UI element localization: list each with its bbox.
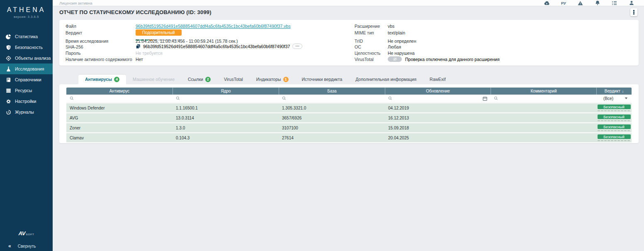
stack-icon <box>5 88 11 93</box>
verdict-badge: Подозрительный <box>136 29 182 36</box>
filter-updated-input[interactable] <box>385 95 491 102</box>
license-status: Лицензия активна <box>59 1 92 5</box>
tab-antiviruses[interactable]: Антивирусы 4 <box>78 75 126 84</box>
table-row[interactable]: AVG 13.0.3114 3657/6926 16.12.2013 Безоп… <box>66 113 632 122</box>
column-header-antivirus[interactable]: Антивирус <box>66 88 173 95</box>
athena-logo: ATHENA <box>0 6 53 14</box>
sidebar-item-security[interactable]: Безопасность <box>0 42 53 53</box>
sidebar-item-statistics[interactable]: Статистика <box>0 31 53 42</box>
warning-icon[interactable] <box>578 0 583 5</box>
table-row[interactable]: Clamav 0.104.3 27614 20.04.2025 Безопасн… <box>66 133 632 142</box>
integrity-value: Не нарушена <box>388 51 415 56</box>
chevron-down-icon <box>625 97 627 99</box>
sidebar-item-label: Статистика <box>15 34 38 39</box>
report-tabs: Антивирусы 4 Машинное обучение Ссылки 2 … <box>59 75 639 84</box>
cell-base: 1.305.3321.0 <box>279 103 385 112</box>
task-list-icon[interactable] <box>612 0 617 5</box>
os-value: Любая <box>388 44 401 49</box>
filter-base-input[interactable] <box>279 95 385 102</box>
sidebar-item-settings[interactable]: Настройки <box>0 96 53 107</box>
cloud-upload-icon[interactable] <box>544 0 549 5</box>
tab-badge: 4 <box>114 77 119 82</box>
analysis-time-value: 21.04.2025, 11:00:43.456 - 11:00:59.241 … <box>136 39 238 44</box>
sidebar-item-directories[interactable]: Справочники <box>0 74 53 85</box>
sidebar-nav: Статистика Безопасность Объекты анализа … <box>0 31 53 117</box>
sidebar-item-label: Исследования <box>15 66 44 71</box>
filter-comment-input[interactable] <box>491 95 596 102</box>
tab-additional-info[interactable]: Дополнительная информация <box>349 75 423 84</box>
sidebar-item-label: Журналы <box>15 110 34 115</box>
calendar-icon[interactable] <box>483 96 487 101</box>
filter-core-input[interactable] <box>173 95 279 102</box>
sidebar-item-label: Безопасность <box>15 45 43 50</box>
verdict-row-meter <box>598 120 631 121</box>
sidebar-item-resources[interactable]: Ресурсы <box>0 85 53 96</box>
sidebar-item-analysis-objects[interactable]: Объекты анализа <box>0 53 53 63</box>
cell-core: 1.1.16500.1 <box>173 103 279 112</box>
filter-verdict-dropdown[interactable]: (Все) <box>596 95 632 102</box>
tab-badge: 2 <box>205 77 211 82</box>
search-icon <box>494 96 498 100</box>
verdict-row-meter <box>598 140 631 141</box>
antivirus-table-card: Антивирус Ядро База Обновление Комментар… <box>59 84 639 143</box>
password-label: Пароль <box>66 51 80 56</box>
column-header-verdict[interactable]: Вердикт ↓ <box>596 88 632 95</box>
tab-verdict-sources[interactable]: Источники вердикта <box>295 75 349 84</box>
app-version: версия: 3.3.6.5 <box>0 15 53 19</box>
tab-rawexif[interactable]: RawExif <box>423 75 452 84</box>
cell-verdict: Безопасный <box>596 103 632 112</box>
mime-value: text/plain <box>388 30 405 35</box>
sha256-label: SHA-256 <box>66 44 83 49</box>
column-header-comment[interactable]: Комментарий <box>491 88 596 95</box>
table-row[interactable]: Windows Defender 1.1.16500.1 1.305.3321.… <box>66 103 632 112</box>
table-header-row: Антивирус Ядро База Обновление Комментар… <box>66 88 632 95</box>
main-content: ОТЧЕТ ПО СТАТИЧЕСКОМУ ИССЛЕДОВАНИЮ (ID: … <box>53 7 644 251</box>
eye-slash-icon <box>393 57 397 61</box>
language-selector[interactable]: РУ <box>561 1 566 5</box>
tab-machine-learning[interactable]: Машинное обучение <box>126 75 181 84</box>
tab-virustotal[interactable]: VirusTotal <box>217 75 250 84</box>
extension-value: vbs <box>388 24 394 29</box>
table-filter-row: (Все) <box>66 95 632 102</box>
collapse-sidebar-button[interactable]: « Свернуть <box>0 242 53 250</box>
integrity-label: Целостность <box>355 51 381 56</box>
notifications-bell-icon[interactable] <box>595 0 600 5</box>
collapse-label: Свернуть <box>18 244 36 249</box>
column-header-base[interactable]: База <box>279 88 385 95</box>
copy-icon[interactable] <box>136 44 141 49</box>
cell-core: 13.0.3114 <box>173 113 279 122</box>
cell-core: 1.3.0 <box>173 123 279 132</box>
sidebar-item-label: Ресурсы <box>15 88 32 93</box>
tab-links[interactable]: Ссылки 2 <box>181 75 217 84</box>
sidebar: ATHENA версия: 3.3.6.5 Статистика Безопа… <box>0 0 53 251</box>
sidebar-item-label: Справочники <box>15 77 41 82</box>
filter-antivirus-input[interactable] <box>66 95 173 102</box>
virustotal-value: Проверка отключена для данного расширени… <box>405 57 500 62</box>
table-row[interactable]: Zoner 1.3.0 3107100 15.09.2018 Безопасны… <box>66 123 632 132</box>
search-icon <box>388 96 392 100</box>
sha256-value: 96b39fd519526d491e588854607ddf4a5c6fa453… <box>143 44 290 49</box>
report-actions-kebab-button[interactable] <box>630 8 637 16</box>
cell-antivirus: AVG <box>66 113 173 122</box>
sidebar-item-label: Настройки <box>15 99 36 104</box>
sidebar-item-journals[interactable]: Журналы <box>0 107 53 117</box>
cell-comment <box>491 113 596 122</box>
page-title: ОТЧЕТ ПО СТАТИЧЕСКОМУ ИССЛЕДОВАНИЮ (ID: … <box>59 9 211 15</box>
cell-antivirus: Clamav <box>66 133 173 142</box>
topbar: Лицензия активна РУ <box>53 0 644 6</box>
verdict-label: Вердикт <box>66 30 82 35</box>
cell-antivirus: Zoner <box>66 123 173 132</box>
column-header-updated[interactable]: Обновление <box>385 88 491 95</box>
sha256-more-button[interactable]: ··· <box>292 44 302 49</box>
cell-base: 3107100 <box>279 123 385 132</box>
user-profile-icon[interactable] <box>629 0 634 5</box>
cell-verdict: Безопасный <box>596 133 632 142</box>
cell-verdict: Безопасный <box>596 123 632 132</box>
file-label: Файл <box>66 24 76 29</box>
sidebar-item-investigations[interactable]: Исследования <box>0 63 53 74</box>
shield-icon <box>5 44 11 50</box>
history-icon <box>5 109 11 115</box>
file-link[interactable]: 96b39fd519526d491e588854607ddf4a5c6fa453… <box>136 24 291 29</box>
tab-indicators[interactable]: Индикаторы 1 <box>250 75 295 84</box>
column-header-core[interactable]: Ядро <box>173 88 279 95</box>
